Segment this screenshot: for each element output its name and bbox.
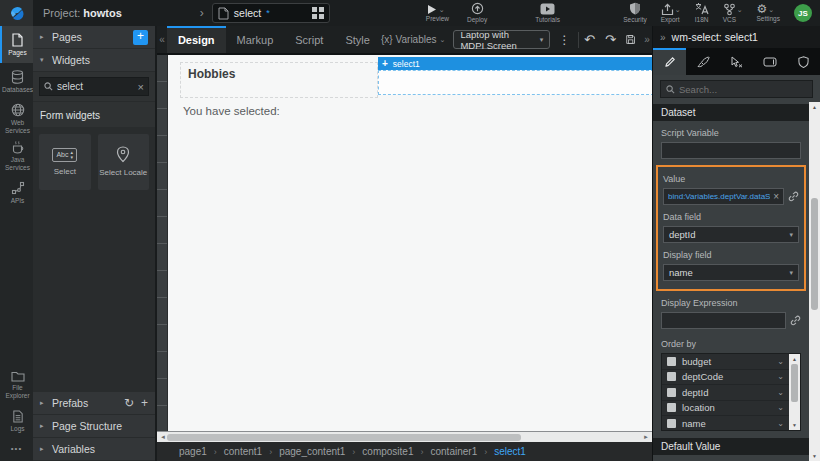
rail-item-pages[interactable]: Pages	[0, 26, 33, 63]
redo-button[interactable]: ↷	[605, 32, 616, 47]
select1-dropdown[interactable]	[378, 70, 652, 95]
device-selector[interactable]: Laptop with MDPI Screen ▾	[453, 30, 550, 49]
rail-item-file-explorer[interactable]: File Explorer	[0, 366, 33, 403]
rail-item-java-services[interactable]: Java Services	[0, 137, 33, 174]
property-search-input[interactable]	[679, 84, 807, 95]
order-by-option-location[interactable]: location ⌄	[662, 401, 789, 417]
scroll-up-icon[interactable]: ▲	[789, 356, 800, 362]
checkbox[interactable]	[667, 372, 676, 381]
dataset-section-header[interactable]: Dataset	[653, 104, 809, 121]
export-button[interactable]: ⌄ Export	[661, 3, 681, 24]
checkbox[interactable]	[667, 357, 676, 366]
properties-scrollbar[interactable]: ▲ ▼	[809, 102, 820, 461]
clear-search-icon[interactable]: ×	[138, 81, 144, 93]
tab-security[interactable]	[787, 48, 820, 75]
display-field-select[interactable]: name ▾	[663, 264, 799, 281]
more-options-icon[interactable]: •••	[0, 440, 33, 461]
script-variable-input[interactable]	[661, 142, 801, 159]
bind-link-icon[interactable]	[788, 191, 799, 202]
prefabs-section-header[interactable]: ▸ Prefabs ↻ +	[33, 392, 155, 415]
label-widget-hobbies[interactable]: Hobbies	[180, 62, 378, 98]
undo-button[interactable]: ↶	[584, 32, 595, 47]
scroll-down-icon[interactable]: ▼	[789, 422, 800, 428]
breadcrumb-item-composite1[interactable]: composite1	[362, 446, 413, 457]
user-avatar[interactable]: JS	[794, 4, 812, 22]
scrollbar-thumb[interactable]	[791, 364, 798, 402]
chevron-down-icon[interactable]: ⌄	[777, 403, 784, 412]
display-expression-input[interactable]	[661, 312, 786, 329]
page-tab-select[interactable]: select *	[212, 3, 330, 23]
vcs-button[interactable]: ⌄ VCS	[723, 3, 743, 24]
checkbox[interactable]	[667, 403, 676, 412]
variables-section-header[interactable]: ▸ Variables	[33, 438, 155, 461]
breadcrumb-item-page-content1[interactable]: page_content1	[279, 446, 345, 457]
tab-properties[interactable]	[653, 48, 686, 75]
checkbox[interactable]	[667, 419, 676, 428]
grid-icon[interactable]	[312, 7, 324, 19]
order-by-option-name[interactable]: name ⌄	[662, 416, 789, 431]
scroll-down-icon[interactable]: ▼	[809, 453, 820, 459]
order-by-option-deptcode[interactable]: deptCode ⌄	[662, 370, 789, 386]
deploy-button[interactable]: Deploy	[467, 2, 487, 24]
widget-search-box[interactable]: ×	[39, 77, 149, 96]
wavemaker-logo[interactable]	[0, 0, 33, 26]
select1-widget[interactable]: + select1	[378, 57, 652, 95]
scroll-right-icon[interactable]: ►	[642, 434, 650, 440]
bind-link-icon[interactable]	[790, 315, 801, 326]
refresh-prefabs-icon[interactable]: ↻	[124, 396, 134, 410]
property-search-box[interactable]	[660, 80, 813, 98]
breadcrumb-item-content1[interactable]: content1	[224, 446, 262, 457]
security-button[interactable]: Security	[623, 2, 646, 24]
save-button[interactable]	[626, 33, 635, 46]
breadcrumb-item-page1[interactable]: page1	[179, 446, 207, 457]
checkbox[interactable]	[667, 388, 676, 397]
widget-tile-select[interactable]: Abc ▴▾ Select	[39, 134, 91, 190]
tab-devices[interactable]	[753, 48, 786, 75]
preview-button[interactable]: ⌄ Preview	[426, 4, 449, 23]
chevron-right-icon[interactable]: ›	[200, 6, 204, 20]
scrollbar-thumb[interactable]	[167, 434, 521, 441]
scroll-up-icon[interactable]: ▲	[809, 104, 820, 110]
widget-tile-select-locale[interactable]: Select Locale	[98, 134, 150, 190]
page-structure-section-header[interactable]: ▸ Page Structure	[33, 415, 155, 438]
chevron-down-icon[interactable]: ⌄	[777, 388, 784, 397]
widget-search-input[interactable]	[57, 81, 134, 92]
clear-binding-icon[interactable]: ×	[773, 191, 779, 202]
value-input[interactable]: bind:Variables.deptVar.dataSet ×	[663, 188, 784, 205]
tutorials-button[interactable]: Tutorials	[535, 3, 560, 24]
i18n-button[interactable]: I18N	[695, 2, 709, 24]
chevron-down-icon[interactable]: ⌄	[777, 372, 784, 381]
chevron-down-icon[interactable]: ⌄	[777, 357, 784, 366]
breadcrumb-item-container1[interactable]: container1	[431, 446, 478, 457]
expand-right-panel-icon[interactable]: »	[642, 34, 652, 45]
data-field-select[interactable]: deptId ▾	[663, 226, 799, 243]
tab-script[interactable]: Script	[284, 26, 334, 53]
select1-selection-header[interactable]: + select1	[378, 57, 652, 70]
rail-item-logs[interactable]: Logs	[0, 403, 33, 440]
default-value-section-header[interactable]: Default Value	[653, 438, 809, 455]
move-icon[interactable]: +	[382, 58, 388, 69]
settings-button[interactable]: ⚙ ⌄ Settings	[757, 3, 781, 23]
tab-style[interactable]: Style	[334, 26, 380, 53]
variables-dropdown[interactable]: {x} Variables ⌄	[381, 34, 446, 45]
rail-item-web-services[interactable]: Web Services	[0, 100, 33, 137]
scrollbar-thumb[interactable]	[811, 198, 818, 310]
tab-styles[interactable]	[686, 48, 719, 75]
order-by-option-budget[interactable]: budget ⌄	[662, 354, 789, 370]
tab-design[interactable]: Design	[167, 26, 226, 53]
rail-item-databases[interactable]: Databases	[0, 63, 33, 100]
add-prefab-icon[interactable]: +	[141, 396, 148, 410]
tab-markup[interactable]: Markup	[226, 26, 285, 53]
rail-item-apis[interactable]: APIs	[0, 174, 33, 211]
collapse-panel-icon[interactable]: »	[660, 32, 666, 43]
canvas-horizontal-scrollbar[interactable]: ◄ ►	[157, 431, 652, 442]
design-canvas[interactable]: Hobbies + select1 You have selected:	[168, 55, 652, 431]
tab-events[interactable]	[720, 48, 753, 75]
order-by-option-deptid[interactable]: deptId ⌄	[662, 385, 789, 401]
more-actions-icon[interactable]: ⋮	[558, 33, 570, 47]
order-by-scrollbar[interactable]: ▲ ▼	[789, 354, 800, 430]
add-page-button[interactable]: +	[133, 30, 148, 45]
chevron-down-icon[interactable]: ⌄	[777, 419, 784, 428]
scroll-left-icon[interactable]: ◄	[159, 434, 167, 440]
pages-section-header[interactable]: ▸ Pages +	[33, 26, 155, 49]
